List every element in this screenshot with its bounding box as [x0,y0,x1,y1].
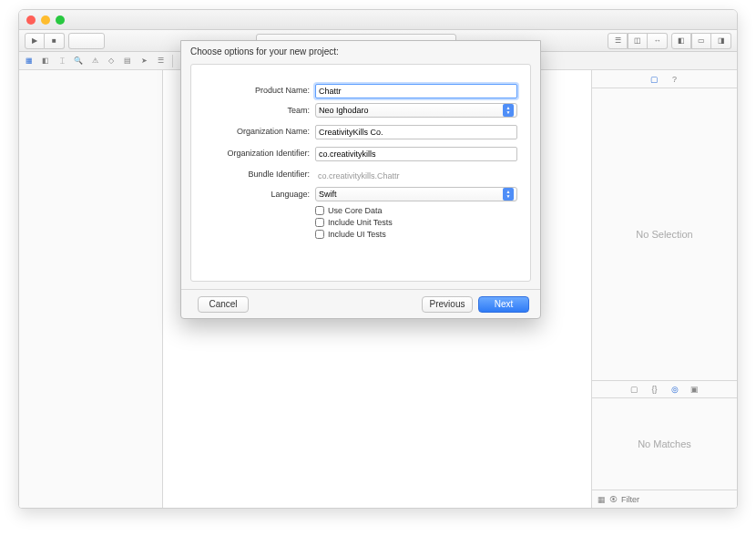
toggle-navigator-button[interactable]: ◧ [671,33,691,49]
chevron-updown-icon: ▲▼ [503,188,514,201]
core-data-checkbox[interactable] [315,206,324,215]
chevron-updown-icon: ▲▼ [503,104,514,117]
sheet-title: Choose options for your new project: [181,41,540,60]
library-tabs: ▢ {} ◎ ▣ [592,380,737,398]
media-library-icon[interactable]: ▣ [690,384,700,395]
file-inspector-icon[interactable]: ▢ [649,74,660,85]
toggle-debug-button[interactable]: ▭ [691,33,711,49]
zoom-window-button[interactable] [56,15,65,25]
bundle-id-value: co.creativitykills.Chattr [315,171,400,180]
titlebar [19,10,737,30]
no-matches-label: No Matches [638,438,691,449]
report-navigator-icon[interactable]: ☰ [154,55,167,67]
ui-tests-checkbox[interactable] [315,230,324,239]
org-id-label: Organization Identifier: [204,149,315,158]
object-library-icon[interactable]: ◎ [669,384,680,395]
navigator-pane [19,70,163,508]
org-name-input[interactable] [315,125,517,139]
library-filter-bar: ▦ ⦿ [592,490,737,508]
debug-navigator-icon[interactable]: ▤ [121,55,134,67]
stop-button[interactable]: ■ [45,33,65,49]
library-filter-input[interactable] [621,495,731,504]
traffic-lights [26,15,65,25]
breakpoint-navigator-icon[interactable]: ➤ [138,55,150,67]
product-name-input[interactable] [315,84,517,98]
source-control-icon[interactable]: ◧ [39,55,52,67]
language-select-value: Swift [319,190,337,199]
new-project-options-sheet: Choose options for your new project: Pro… [180,40,541,319]
scheme-button[interactable] [68,33,105,49]
bundle-id-label: Bundle Identifier: [204,170,315,179]
editor-version-button[interactable]: ↔ [648,33,668,49]
file-template-library-icon[interactable]: ▢ [629,384,640,395]
inspector-pane: ▢ ? No Selection ▢ {} ◎ ▣ No Matches ▦ ⦿ [591,70,737,508]
sheet-footer: Cancel Previous Next [181,289,540,318]
ui-tests-label: Include UI Tests [328,230,386,239]
test-navigator-icon[interactable]: ◇ [105,55,117,67]
cancel-button[interactable]: Cancel [198,296,249,313]
close-window-button[interactable] [26,15,36,25]
filter-icon: ⦿ [609,495,618,504]
find-navigator-icon[interactable]: 🔍 [72,55,85,67]
grid-view-icon[interactable]: ▦ [598,495,606,504]
previous-button[interactable]: Previous [422,296,473,313]
core-data-label: Use Core Data [328,206,383,215]
editor-standard-button[interactable]: ☰ [608,33,628,49]
no-selection-label: No Selection [636,229,692,240]
team-select-value: Neo Ighodaro [319,106,369,115]
inspector-tabs: ▢ ? [592,70,737,88]
code-snippet-library-icon[interactable]: {} [649,384,660,395]
unit-tests-label: Include Unit Tests [328,218,393,227]
editor-assistant-button[interactable]: ◫ [628,33,648,49]
inspector-body: No Selection [592,88,737,380]
unit-tests-checkbox[interactable] [315,218,324,227]
language-label: Language: [204,190,315,199]
minimize-window-button[interactable] [41,15,50,25]
org-id-input[interactable] [315,147,517,161]
sheet-body: Product Name: Team: Neo Ighodaro ▲▼ Orga… [190,64,531,282]
toggle-inspector-button[interactable]: ◨ [711,33,731,49]
symbol-navigator-icon[interactable]: ⌶ [56,55,68,67]
team-label: Team: [204,106,315,115]
product-name-label: Product Name: [204,86,315,95]
org-name-label: Organization Name: [204,127,315,136]
help-inspector-icon[interactable]: ? [669,74,680,85]
next-button[interactable]: Next [478,296,529,313]
project-navigator-icon[interactable]: ▦ [23,55,36,67]
library-body: No Matches [592,398,737,490]
run-button[interactable]: ▶ [25,33,45,49]
language-select[interactable]: Swift ▲▼ [315,187,517,201]
team-select[interactable]: Neo Ighodaro ▲▼ [315,103,517,118]
issue-navigator-icon[interactable]: ⚠ [88,55,101,67]
